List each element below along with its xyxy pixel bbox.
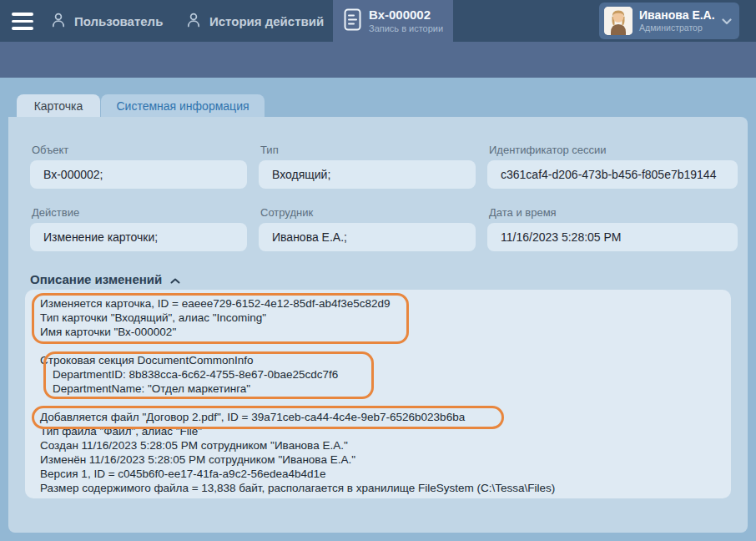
description-line: Тип карточки "Входящий", алиас "Incoming… [40,311,731,325]
description-line: Создан 11/16/2023 5:28:05 PM сотрудником… [40,438,731,453]
person-icon [185,12,202,31]
description-textarea[interactable]: Изменяется карточка, ID = eaeee729-6152-… [25,290,731,498]
description-line: Добавляется файл "Договор 2.pdf", ID = 3… [40,410,731,424]
user-role: Администратор [639,23,715,33]
person-icon [50,12,67,31]
field-datetime: Дата и время 11/16/2023 5:28:05 PM [487,206,738,251]
chevron-down-icon [722,13,732,28]
datetime-input[interactable]: 11/16/2023 5:28:05 PM [487,223,738,251]
field-type: Тип Входящий; [259,144,476,189]
tab-system-info-label: Системная информация [116,99,249,113]
description-line: Версия 1, ID = c045b6f0-ee17-41fa-a9c2-5… [40,467,731,481]
top-bar: Пользователь История действий Вх-000002 … [0,0,756,42]
card-tabs: Карточка Системная информация [17,94,265,117]
topbar-tab-user[interactable]: Пользователь [50,0,163,42]
user-menu-button[interactable]: Иванова Е.А. Администратор [599,3,739,39]
document-icon [344,8,361,34]
description-line: Строковая секция DocumentCommonInfo [40,353,731,367]
topbar-tab-label: История действий [209,14,324,28]
section-title: Описание изменений [30,272,162,286]
description-line: Изменяется карточка, ID = eaeee729-6152-… [40,296,731,311]
active-tab-text: Вх-000002 Запись в истории [369,8,443,34]
tab-card[interactable]: Карточка [17,94,100,117]
card-panel: Объект Вх-000002; Тип Входящий; Идентифи… [8,117,748,533]
field-label: Сотрудник [260,206,476,219]
toolbar-strip [0,42,756,78]
field-action: Действие Изменение карточки; [30,206,247,251]
session-id-input[interactable]: c361caf4-d206-473b-b456-f805e7b19144 [487,160,738,189]
avatar [604,7,633,35]
field-object: Объект Вх-000002; [30,144,247,189]
hamburger-bar [12,20,33,23]
active-tab-title: Вх-000002 [369,8,443,23]
field-label: Объект [32,144,247,156]
field-label: Дата и время [489,206,738,219]
fields-grid: Объект Вх-000002; Тип Входящий; Идентифи… [30,144,738,251]
topbar-tab-label: Пользователь [74,14,163,28]
object-input[interactable]: Вх-000002; [30,160,247,189]
user-name: Иванова Е.А. [639,9,715,22]
description-line: DepartmentName: "Отдел маркетинга" [40,382,731,396]
hamburger-menu-icon[interactable] [12,13,33,30]
description-line: Тип файла "Файл", алиас "File" [40,424,731,438]
description-line: Размер содержимого файла = 13,838 байт, … [40,481,731,495]
description-line: Имя карточки "Вх-000002" [40,325,731,339]
description-line: DepartmentID: 8b838cca-6c62-4755-8e67-0b… [40,367,731,382]
field-label: Действие [32,206,247,219]
app-window: Пользователь История действий Вх-000002 … [0,0,756,541]
topbar-tab-action-history[interactable]: История действий [185,0,324,42]
field-session-id: Идентификатор сессии c361caf4-d206-473b-… [487,144,738,189]
description-line [40,396,731,410]
type-input[interactable]: Входящий; [259,160,476,189]
topbar-tab-active-record[interactable]: Вх-000002 Запись в истории [333,0,453,42]
tab-system-info[interactable]: Системная информация [101,94,265,117]
hamburger-bar [12,13,33,16]
chevron-up-icon [170,272,180,286]
field-label: Идентификатор сессии [489,144,738,156]
changes-section-toggle[interactable]: Описание изменений [30,272,180,286]
field-label: Тип [260,144,476,156]
user-text: Иванова Е.А. Администратор [639,9,715,33]
tab-card-label: Карточка [34,99,83,113]
hamburger-bar [12,27,33,30]
description-line [40,339,731,353]
description-line: Изменён 11/16/2023 5:28:05 PM сотруднико… [40,453,731,467]
active-tab-subtitle: Запись в истории [369,23,443,33]
field-employee: Сотрудник Иванова Е.А.; [259,206,476,251]
employee-input[interactable]: Иванова Е.А.; [259,223,476,251]
action-input[interactable]: Изменение карточки; [30,223,247,251]
